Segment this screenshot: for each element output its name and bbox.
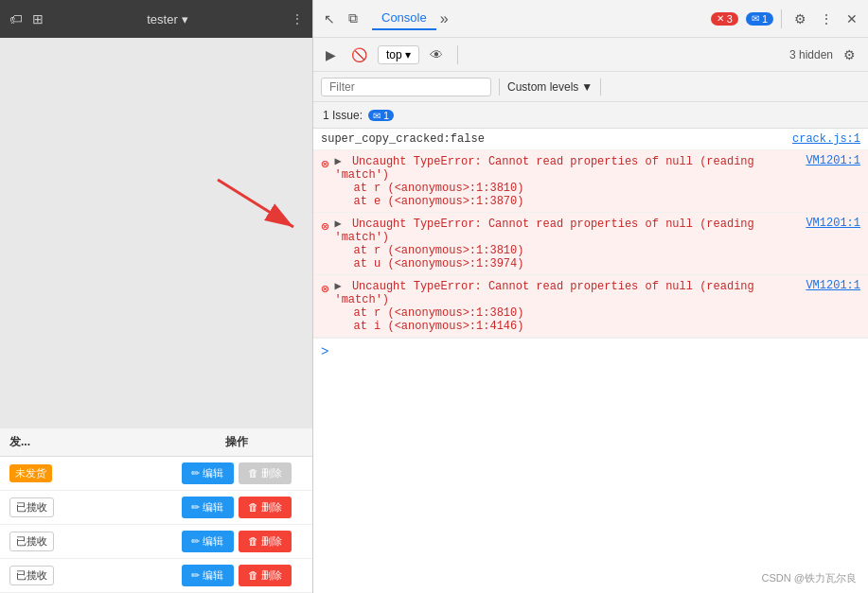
issue-icon: ✉ [373,111,381,121]
message-badge: ✉ 1 [746,12,773,26]
tester-button[interactable]: tester ▾ [147,12,188,26]
edit-button[interactable]: ✏ 编辑 [182,531,233,552]
delete-button[interactable]: 🗑 删除 [239,565,292,586]
row-ops: ✏ 编辑 🗑 删除 [170,565,303,586]
issues-bar: 1 Issue: ✉ 1 [313,102,868,129]
status-badge-received: 已揽收 [9,566,54,585]
triangle-icon-1: ▶ [334,155,347,168]
source-link-1[interactable]: VM1201:1 [806,154,860,167]
console-output[interactable]: super_copy_cracked:false crack.js:1 ⊗ ▶ … [313,129,868,593]
console-prompt[interactable]: > [313,338,868,365]
stack-trace-1a: at r (<anonymous>:1:3810) [334,182,798,195]
row-ops: ✏ 编辑 🗑 删除 [170,531,303,552]
source-link-2[interactable]: VM1201:1 [806,217,860,230]
error-main-1: ▶ Uncaught TypeError: Cannot read proper… [334,155,753,182]
console-line-error-3: ⊗ ▶ Uncaught TypeError: Cannot read prop… [313,275,868,338]
row-ops: ✏ 编辑 🗑 删除 [170,497,303,518]
error-circle-icon-3: ⊗ [321,281,328,297]
issue-count: 1 [383,110,389,121]
more-tabs-button[interactable]: » [440,10,449,27]
filter-bar: Custom levels ▼ [313,72,868,102]
source-link-3[interactable]: VM1201:1 [806,279,860,292]
stack-trace-2b: at u (<anonymous>:1:3974) [334,257,798,270]
close-button[interactable]: ✕ [841,9,862,29]
delete-button[interactable]: 🗑 删除 [239,497,292,518]
stack-trace-3b: at i (<anonymous>:1:4146) [334,320,798,333]
hidden-count: 3 hidden [789,48,833,61]
console-line-error-2: ⊗ ▶ Uncaught TypeError: Cannot read prop… [313,213,868,275]
error-badge: ✕ 3 [711,12,738,26]
top-label: top [386,48,402,61]
stack-trace-1b: at e (<anonymous>:1:3870) [334,195,798,208]
left-topbar-icons: 🏷 ⊞ [9,11,44,26]
stack-trace-3a: at r (<anonymous>:1:3810) [334,306,798,320]
execute-icon-button[interactable]: ▶ [321,45,341,64]
error-circle-icon-2: ⊗ [321,218,328,235]
error-content-2: ▶ Uncaught TypeError: Cannot read proper… [334,217,798,270]
status-badge-received: 已揽收 [9,532,54,551]
more-options-button[interactable]: ⋮ [815,9,838,29]
error-main-3: ▶ Uncaught TypeError: Cannot read proper… [334,280,753,306]
cursor-tool-button[interactable]: ↖ [319,9,340,29]
error-content-3: ▶ Uncaught TypeError: Cannot read proper… [334,279,798,333]
settings-button[interactable]: ⚙ [789,9,811,29]
message-count: 1 [762,13,768,25]
eye-icon-button[interactable]: 👁 [425,45,448,64]
dropdown-arrow-icon: ▾ [405,48,411,61]
left-panel: 🏷 ⊞ tester ▾ ⋮ 发... 操作 未发货 [0,0,312,593]
table-header: 发... 操作 [0,428,312,457]
delete-button-disabled: 🗑 删除 [239,462,292,484]
stack-trace-2a: at r (<anonymous>:1:3810) [334,244,798,257]
table-row: 已揽收 ✏ 编辑 🗑 删除 [0,491,312,525]
more-icon[interactable]: ⋮ [292,12,303,26]
delete-button[interactable]: 🗑 删除 [239,531,292,552]
edit-button[interactable]: ✏ 编辑 [182,462,233,484]
block-icon-button[interactable]: 🚫 [346,45,372,64]
prompt-chevron: > [321,344,328,359]
left-topbar: 🏷 ⊞ tester ▾ ⋮ [0,0,312,38]
col-header-ops: 操作 [170,434,303,450]
row-status: 已揽收 [9,497,170,517]
filter-input[interactable] [321,78,491,96]
table-row: 已揽收 ✏ 编辑 🗑 删除 [0,559,312,593]
devtools-panel: ↖ ⧉ Console » ✕ 3 ✉ 1 ⚙ ⋮ ✕ ▶ 🚫 top ▾ 👁 … [312,0,868,593]
col-header-status: 发... [9,434,170,450]
console-line-error-1: ⊗ ▶ Uncaught TypeError: Cannot read prop… [313,150,868,213]
row-ops: ✏ 编辑 🗑 删除 [170,462,303,484]
devtools-topbar: ↖ ⧉ Console » ✕ 3 ✉ 1 ⚙ ⋮ ✕ [313,0,868,38]
error-main-2: ▶ Uncaught TypeError: Cannot read proper… [334,218,753,244]
console-line-info: super_copy_cracked:false crack.js:1 [313,129,868,150]
context-dropdown[interactable]: top ▾ [378,45,419,64]
custom-levels-button[interactable]: Custom levels ▼ [507,80,593,94]
tab-console[interactable]: Console [372,7,436,30]
edit-button[interactable]: ✏ 编辑 [182,565,233,586]
source-link-crack[interactable]: crack.js:1 [792,132,860,146]
svg-line-1 [218,180,293,227]
issue-badge: ✉ 1 [368,110,394,121]
row-status: 已揽收 [9,532,170,551]
frames-tool-button[interactable]: ⧉ [344,8,363,29]
console-toolbar: ▶ 🚫 top ▾ 👁 3 hidden ⚙ [313,38,868,72]
triangle-icon-3: ▶ [334,280,347,293]
console-text-copy-cracked: super_copy_cracked:false [321,132,785,146]
table-row: 未发货 ✏ 编辑 🗑 删除 [0,457,312,491]
row-status: 已揽收 [9,566,170,585]
expand-icon: ⊞ [32,11,44,26]
edit-button[interactable]: ✏ 编辑 [182,497,233,518]
error-content-1: ▶ Uncaught TypeError: Cannot read proper… [334,154,798,208]
error-count: 3 [727,13,733,25]
tester-label: tester [147,12,178,26]
gear-settings-button[interactable]: ⚙ [839,45,860,64]
row-status: 未发货 [9,464,170,482]
error-x-icon: ✕ [717,13,724,24]
tag-icon: 🏷 [9,11,23,26]
custom-levels-label: Custom levels [507,80,578,94]
chevron-down-icon: ▾ [182,12,188,26]
custom-levels-arrow-icon: ▼ [581,80,593,94]
status-badge-received: 已揽收 [9,497,54,517]
table-row: 已揽收 ✏ 编辑 🗑 删除 [0,525,312,559]
devtools-tool-icons: ↖ ⧉ [319,8,363,29]
status-badge-unshipped: 未发货 [9,464,52,482]
error-circle-icon-1: ⊗ [321,156,328,172]
table-area: 发... 操作 未发货 ✏ 编辑 🗑 删除 已揽收 ✏ 编辑 🗑 删除 [0,428,312,593]
